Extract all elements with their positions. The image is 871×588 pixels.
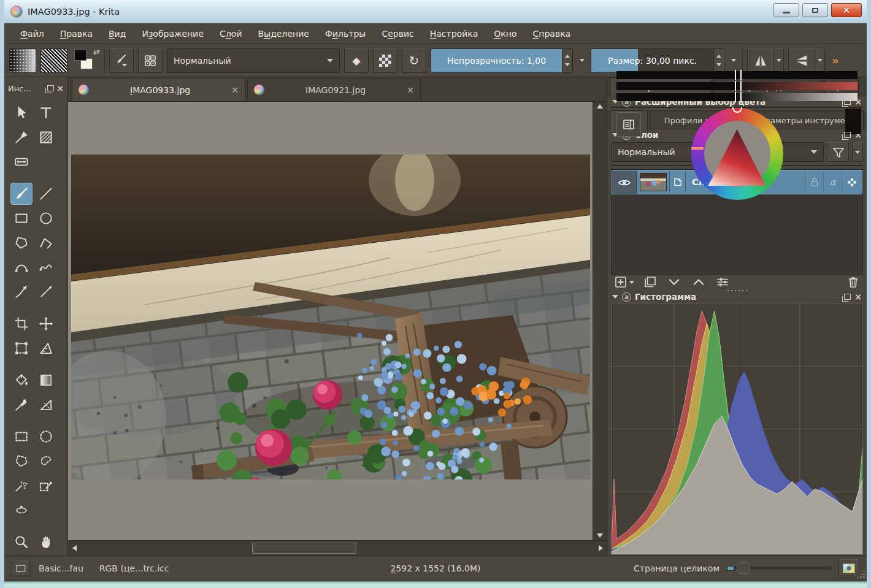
menu-item-10[interactable]: Справка xyxy=(526,26,578,42)
menu-item-0[interactable]: Файл xyxy=(13,26,52,42)
tool-select-freehand[interactable] xyxy=(35,450,57,472)
layer-visibility-toggle[interactable] xyxy=(612,170,637,194)
component-bar-hue[interactable] xyxy=(616,71,858,79)
tab-close-icon[interactable] xyxy=(231,85,239,95)
mirror-horizontal-options[interactable] xyxy=(774,48,784,73)
pattern-swatch-button[interactable] xyxy=(40,48,67,73)
menu-item-8[interactable]: Настройка xyxy=(423,26,486,42)
add-layer-button[interactable] xyxy=(613,275,634,289)
tool-measure[interactable] xyxy=(35,394,57,416)
opacity-slider[interactable]: Непрозрачность: 1,00 xyxy=(431,49,562,72)
layer-filter-button[interactable] xyxy=(827,142,849,162)
close-button[interactable]: ✕ xyxy=(831,3,862,17)
edit-brush-settings-button[interactable] xyxy=(109,48,134,73)
eraser-mode-button[interactable] xyxy=(344,48,369,73)
spin-up-icon[interactable] xyxy=(855,166,860,166)
tool-select-contiguous[interactable] xyxy=(10,475,33,497)
close-docker-icon[interactable] xyxy=(56,84,64,93)
menu-item-9[interactable]: Окно xyxy=(486,26,524,42)
tool-select-similar[interactable] xyxy=(35,475,57,497)
tool-select-polygon[interactable] xyxy=(10,450,33,472)
tool-zoom[interactable] xyxy=(10,531,33,553)
zoom-slider[interactable] xyxy=(727,562,831,575)
layer-inherit-alpha-toggle[interactable] xyxy=(842,170,862,194)
gradient-swatch-button[interactable] xyxy=(9,48,36,73)
menu-item-7[interactable]: Сервис xyxy=(374,26,421,42)
document-tab-0[interactable]: IMAG0933.jpg xyxy=(72,78,245,101)
move-layer-up-button[interactable] xyxy=(691,275,707,289)
selection-display-mode-button[interactable] xyxy=(12,560,30,576)
swap-colors-icon[interactable] xyxy=(93,47,100,56)
menu-item-4[interactable]: Слой xyxy=(212,26,249,42)
move-layer-down-button[interactable] xyxy=(666,275,682,289)
size-options-dropdown[interactable] xyxy=(729,59,738,62)
mirror-vertical-button[interactable] xyxy=(788,48,815,73)
tool-freehand-brush[interactable] xyxy=(10,183,33,205)
vertical-scrollbar[interactable] xyxy=(593,102,607,540)
brush-presets-button[interactable] xyxy=(138,48,163,73)
close-docker-icon[interactable] xyxy=(854,292,862,301)
size-spinner[interactable] xyxy=(713,49,724,72)
tool-fill[interactable] xyxy=(10,369,33,391)
float-docker-icon[interactable] xyxy=(844,294,851,300)
layer-properties-button[interactable] xyxy=(715,275,730,289)
mirror-vertical-options[interactable] xyxy=(815,48,825,73)
advanced-color-selector[interactable] xyxy=(611,107,863,108)
scroll-up-icon[interactable] xyxy=(597,104,603,109)
tool-text[interactable] xyxy=(35,102,57,124)
size-slider[interactable]: Размер: 30,00 пикс. xyxy=(591,49,713,72)
tool-gradient[interactable] xyxy=(35,369,57,391)
tool-pan[interactable] xyxy=(35,531,57,553)
tool-select-ellipse[interactable] xyxy=(35,426,57,448)
component-bar-value[interactable] xyxy=(616,93,858,101)
fit-page-button[interactable] xyxy=(838,559,859,578)
zoom-slider-thumb[interactable] xyxy=(737,562,750,574)
duplic ate-layer-button[interactable] xyxy=(643,275,658,289)
tool-transform[interactable] xyxy=(10,337,33,359)
tool-select-rect[interactable] xyxy=(10,426,33,448)
scroll-down-icon[interactable] xyxy=(597,533,603,538)
mirror-horizontal-button[interactable] xyxy=(747,48,774,73)
horizontal-scrollbar[interactable] xyxy=(68,540,607,556)
layer-thumbnail[interactable] xyxy=(637,170,670,194)
tab-close-icon[interactable] xyxy=(407,85,414,95)
tool-perspective[interactable] xyxy=(35,337,57,359)
canvas[interactable] xyxy=(68,102,593,540)
foreground-color[interactable] xyxy=(74,50,86,61)
image-dimensions[interactable]: 2592 x 1552 (16.0M) xyxy=(390,563,480,573)
component-bar-saturation[interactable] xyxy=(616,82,858,90)
preserve-alpha-button[interactable] xyxy=(373,48,397,73)
tool-freehand-path[interactable] xyxy=(35,256,57,278)
horizontal-scroll-thumb[interactable] xyxy=(252,543,356,554)
menu-item-3[interactable]: Изображение xyxy=(134,26,211,42)
zoom-mode-label[interactable]: Страница целиком xyxy=(634,563,719,573)
opacity-spinner[interactable] xyxy=(562,49,572,72)
tool-ellipse[interactable] xyxy=(35,207,57,229)
spin-up-icon[interactable] xyxy=(565,55,570,58)
menu-item-2[interactable]: Вид xyxy=(101,26,133,42)
layer-alpha-lock-toggle[interactable]: α xyxy=(824,170,842,194)
reload-preset-button[interactable] xyxy=(402,48,426,73)
tool-dynamic-brush[interactable] xyxy=(10,281,33,303)
scroll-right-button[interactable] xyxy=(594,543,607,554)
tool-shape-select[interactable] xyxy=(10,102,33,124)
float-docker-icon[interactable] xyxy=(844,132,851,138)
document-tab-1[interactable]: IMAG0921.jpg xyxy=(247,78,421,101)
tool-multibrush[interactable] xyxy=(35,281,57,303)
tool-color-picker[interactable] xyxy=(10,394,33,416)
layer-filter-options[interactable] xyxy=(852,142,863,162)
tool-line[interactable] xyxy=(35,183,57,205)
tool-bezier-curve[interactable] xyxy=(10,256,33,278)
color-selector-settings-button[interactable] xyxy=(616,112,641,137)
menu-item-1[interactable]: Правка xyxy=(53,26,100,42)
minimize-button[interactable] xyxy=(773,3,799,17)
tool-select-path[interactable] xyxy=(10,499,33,521)
foreground-background-colors[interactable] xyxy=(72,48,100,73)
current-brush-preset[interactable]: Basic...fau xyxy=(39,563,83,573)
tool-polyline[interactable] xyxy=(35,232,57,254)
tool-polygon[interactable] xyxy=(10,232,33,254)
collapse-icon[interactable] xyxy=(612,295,618,299)
spin-down-icon[interactable] xyxy=(716,63,721,66)
scroll-left-button[interactable] xyxy=(68,543,80,554)
spin-down-icon[interactable] xyxy=(565,63,570,66)
